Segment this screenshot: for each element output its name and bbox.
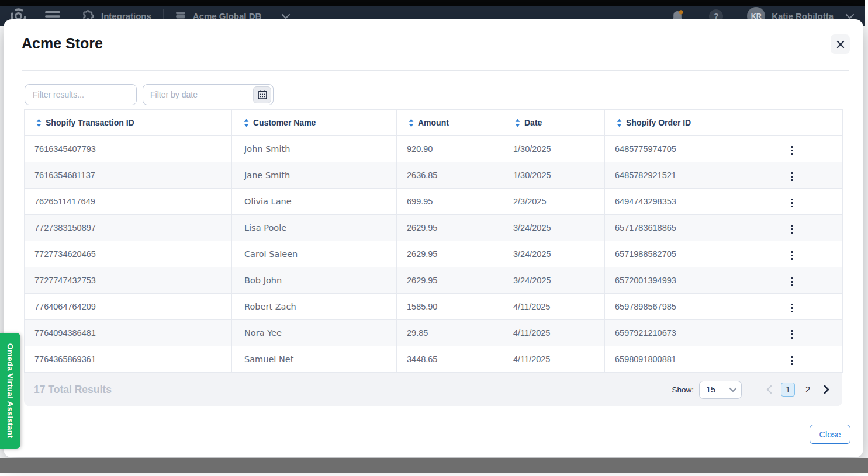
kebab-icon [791, 277, 793, 280]
close-button[interactable]: Close [810, 425, 850, 444]
sort-icon [409, 119, 414, 127]
filter-results-input[interactable] [25, 84, 137, 105]
cell-transaction-id: 7764064764209 [25, 294, 232, 320]
modal-close-button[interactable] [831, 34, 850, 54]
cell-date: 4/11/2025 [503, 346, 605, 373]
cell-customer-name: Carol Saleen [232, 241, 397, 267]
cell-customer-name: Robert Zach [232, 294, 397, 320]
row-menu-button[interactable] [788, 301, 796, 316]
row-actions-cell [772, 346, 843, 373]
cell-date: 4/11/2025 [503, 294, 605, 320]
row-actions-cell [772, 136, 843, 162]
pagination: 12 [765, 383, 831, 397]
column-label: Amount [418, 118, 449, 127]
row-menu-button[interactable] [788, 327, 796, 342]
row-menu-button[interactable] [788, 196, 796, 211]
column-header-actions [772, 110, 843, 136]
table-row: 7764064764209Robert Zach1585.904/11/2025… [25, 294, 843, 320]
virtual-assistant-tab[interactable]: Omeda Virtual Assistant [0, 333, 20, 449]
prev-page-button[interactable] [765, 384, 773, 395]
cell-date: 1/30/2025 [503, 162, 605, 189]
row-menu-button[interactable] [788, 143, 796, 158]
filters-row [25, 84, 274, 105]
row-menu-button[interactable] [788, 222, 796, 237]
cell-transaction-id: 7764094386481 [25, 320, 232, 346]
page-button-1[interactable]: 1 [781, 383, 795, 397]
filter-date-field [143, 84, 274, 105]
page-button-2[interactable]: 2 [801, 383, 815, 397]
kebab-icon [791, 356, 793, 359]
kebab-icon [791, 172, 793, 175]
cell-amount: 29.85 [397, 320, 503, 346]
row-menu-button[interactable] [788, 248, 796, 263]
column-header-1[interactable]: Shopify Transaction ID [25, 110, 232, 136]
cell-customer-name: Nora Yee [232, 320, 397, 346]
notification-dot [679, 10, 683, 14]
cell-customer-name: Lisa Poole [232, 215, 397, 241]
cell-date: 4/11/2025 [503, 320, 605, 346]
cell-date: 3/24/2025 [503, 215, 605, 241]
kebab-icon [791, 225, 793, 227]
cell-order-id: 6494743298353 [605, 189, 772, 215]
table-footer: 17 Total Results Show: 15 [24, 373, 842, 406]
column-header-5[interactable]: Shopify Order ID [605, 110, 772, 136]
row-actions-cell [772, 241, 843, 267]
cell-date: 2/3/2025 [503, 189, 605, 215]
page-size-select[interactable]: 15 [699, 381, 742, 399]
filter-date-input[interactable] [143, 90, 253, 99]
cell-date: 1/30/2025 [503, 136, 605, 162]
row-menu-button[interactable] [788, 353, 796, 369]
total-results: 17 Total Results [34, 384, 112, 396]
column-label: Shopify Transaction ID [46, 118, 134, 127]
table-row: 7727383150897Lisa Poole2629.953/24/20256… [25, 215, 843, 241]
acme-store-modal: Acme Store [4, 19, 863, 457]
cell-order-id: 6571783618865 [605, 215, 772, 241]
cell-amount: 2629.95 [397, 241, 503, 267]
column-header-3[interactable]: Amount [397, 110, 503, 136]
cell-transaction-id: 7764365869361 [25, 346, 232, 373]
cell-order-id: 6572001394993 [605, 267, 772, 294]
table-row: 7764365869361Samuel Net3448.654/11/20256… [25, 346, 843, 373]
cell-amount: 2629.95 [397, 267, 503, 294]
cell-order-id: 6598091800881 [605, 346, 772, 373]
cell-customer-name: John Smith [232, 136, 397, 162]
column-header-2[interactable]: Customer Name [232, 110, 397, 136]
viewport: Integrations Acme Global DB [0, 0, 868, 476]
cell-transaction-id: 7616345407793 [25, 136, 232, 162]
row-menu-button[interactable] [788, 275, 796, 290]
cell-order-id: 6485782921521 [605, 162, 772, 189]
table-row: 7727734620465Carol Saleen2629.953/24/202… [25, 241, 843, 267]
cell-customer-name: Bob John [232, 267, 397, 294]
cell-amount: 920.90 [397, 136, 503, 162]
page-size-value: 15 [706, 385, 715, 394]
calendar-icon [258, 90, 267, 99]
kebab-icon [791, 146, 793, 148]
cell-transaction-id: 7616354681137 [25, 162, 232, 189]
next-page-button[interactable] [822, 384, 831, 395]
transactions-table: Shopify Transaction IDCustomer NameAmoun… [24, 109, 842, 406]
cell-amount: 1585.90 [397, 294, 503, 320]
kebab-icon [791, 304, 793, 306]
sort-icon [36, 119, 42, 127]
sort-icon [617, 119, 622, 127]
sort-icon [515, 119, 520, 127]
column-label: Customer Name [253, 118, 316, 127]
column-header-4[interactable]: Date [503, 110, 605, 136]
title-divider [22, 70, 849, 71]
modal-title: Acme Store [22, 35, 103, 52]
cell-amount: 3448.65 [397, 346, 503, 373]
cell-customer-name: Samuel Net [232, 346, 397, 373]
cell-amount: 2636.85 [397, 162, 503, 189]
chevron-down-icon [281, 13, 291, 19]
row-actions-cell [772, 267, 843, 294]
sort-icon [244, 119, 249, 127]
row-actions-cell [772, 215, 843, 241]
row-menu-button[interactable] [788, 169, 796, 185]
chevron-left-icon [766, 385, 772, 394]
select-chevron-icon [729, 387, 737, 392]
date-picker-button[interactable] [253, 86, 271, 103]
row-actions-cell [772, 294, 843, 320]
kebab-icon [791, 251, 793, 253]
cell-amount: 699.95 [397, 189, 503, 215]
table-header-row: Shopify Transaction IDCustomer NameAmoun… [25, 110, 843, 136]
